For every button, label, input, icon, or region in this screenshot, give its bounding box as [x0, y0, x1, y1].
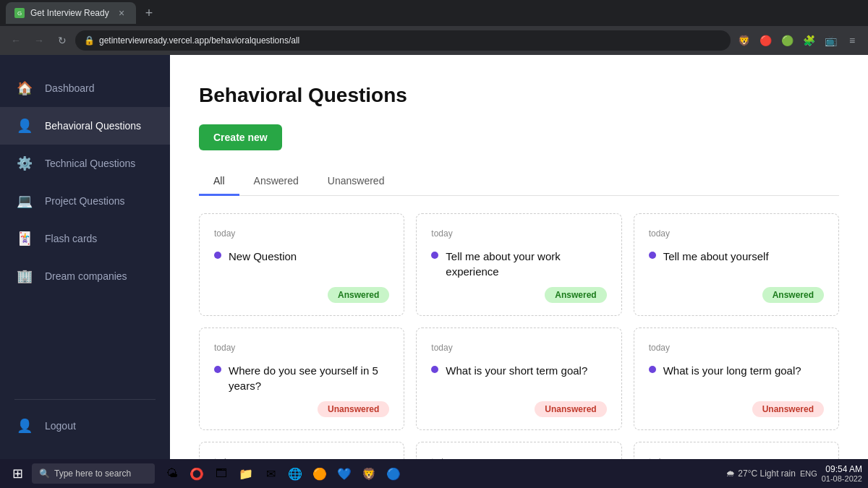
question-card[interactable]: today Tell me about yourself Answered	[634, 213, 839, 316]
card-text: Tell me about your work experience	[446, 249, 606, 279]
search-placeholder: Type here to search	[54, 468, 131, 479]
question-card[interactable]: today Where do you see yourself in 5 yea…	[199, 328, 404, 430]
sidebar-item-technical[interactable]: ⚙️ Technical Questions	[0, 145, 170, 182]
lang-indicator: ENG	[800, 469, 817, 478]
card-question: What is your long term goal?	[649, 363, 824, 393]
back-button[interactable]: ←	[6, 30, 26, 51]
card-text: Tell me about yourself	[663, 249, 769, 264]
card-question: Tell me about yourself	[649, 249, 824, 279]
flashcards-icon: 🃏	[14, 228, 35, 249]
card-badge: Unanswered	[318, 402, 389, 415]
question-card[interactable]: today How do you manage your	[199, 442, 404, 459]
card-dot	[214, 366, 221, 373]
forward-button[interactable]: →	[29, 30, 49, 51]
card-text: Where do you see yourself in 5 years?	[229, 363, 389, 393]
app-layout: 🏠 Dashboard 👤 Behavioral Questions ⚙️ Te…	[0, 55, 868, 459]
sidebar-label-technical: Technical Questions	[45, 158, 135, 169]
unanswered-badge: Unanswered	[535, 401, 606, 417]
card-text: New Question	[229, 249, 297, 264]
sys-icons: 🌧 27°C Light rain	[726, 468, 796, 479]
card-badge: Answered	[545, 288, 606, 301]
card-date: today	[214, 228, 389, 239]
tab-title: Get Interview Ready	[30, 8, 110, 18]
screen-icon[interactable]: 📺	[820, 30, 841, 51]
taskbar-app-explorer[interactable]: 📁	[234, 462, 258, 485]
taskbar-app-office[interactable]: 🟠	[308, 462, 331, 485]
answered-badge: Answered	[545, 287, 606, 303]
dream-icon: 🏢	[14, 266, 35, 286]
card-dot	[431, 366, 438, 373]
behavioral-icon: 👤	[14, 116, 35, 136]
card-date: today	[431, 343, 606, 353]
sidebar-divider	[14, 399, 156, 400]
profile-icon[interactable]: 🟢	[777, 30, 797, 51]
taskbar-apps: 🌤 ⭕ 🗔 📁 ✉ 🌐 🟠 💙 🦁 🔵	[161, 462, 405, 485]
sidebar-item-flashcards[interactable]: 🃏 Flash cards	[0, 220, 170, 257]
create-new-button[interactable]: Create new	[199, 124, 282, 150]
start-button[interactable]: ⊞	[6, 462, 29, 485]
taskbar-app-taskview[interactable]: 🗔	[210, 462, 233, 485]
card-badge: Unanswered	[752, 402, 824, 415]
tab-bar: G Get Interview Ready × +	[0, 0, 868, 26]
taskbar-search[interactable]: 🔍 Type here to search	[32, 463, 155, 484]
brave-icon[interactable]: 🦁	[733, 30, 754, 51]
sidebar-label-flashcards: Flash cards	[45, 233, 97, 244]
extension-icon[interactable]: 🔴	[755, 30, 775, 51]
weather-text: 27°C Light rain	[738, 468, 796, 479]
search-icon: 🔍	[39, 468, 50, 479]
puzzle-icon[interactable]: 🧩	[799, 30, 819, 51]
card-question: New Question	[214, 249, 389, 279]
questions-grid: today New Question Answered today Tell m…	[199, 213, 839, 459]
tab-favicon: G	[14, 8, 25, 18]
main-content: Behavioral Questions Create new All Answ…	[170, 55, 868, 459]
sidebar-item-logout[interactable]: 👤 Logout	[0, 407, 170, 445]
tab-all[interactable]: All	[199, 168, 239, 196]
sidebar-label-logout: Logout	[45, 420, 76, 432]
reload-button[interactable]: ↻	[52, 30, 72, 51]
taskbar-app-weather[interactable]: 🌤	[161, 462, 184, 485]
card-date: today	[649, 343, 824, 353]
taskbar-clock: 09:54 AM 01-08-2022	[822, 464, 862, 483]
sidebar-item-behavioral[interactable]: 👤 Behavioral Questions	[0, 107, 170, 145]
question-card[interactable]: today What is your short term goal? Unan…	[416, 328, 621, 430]
card-question: What is your short term goal?	[431, 363, 606, 393]
taskbar-app-vscode[interactable]: 💙	[333, 462, 356, 485]
taskbar-app-brave[interactable]: 🦁	[357, 462, 380, 485]
card-dot	[649, 252, 656, 259]
tab-unanswered[interactable]: Unanswered	[313, 168, 399, 196]
sidebar-item-dream[interactable]: 🏢 Dream companies	[0, 257, 170, 295]
answered-badge: Answered	[328, 287, 389, 303]
weather-icon: 🌧	[726, 468, 735, 479]
card-dot	[431, 252, 438, 259]
question-card[interactable]: today What is your long term goal? Unans…	[634, 328, 839, 430]
question-card[interactable]: today New Question Answered	[199, 213, 404, 316]
taskbar: ⊞ 🔍 Type here to search 🌤 ⭕ 🗔 📁 ✉ 🌐 🟠 💙 …	[0, 459, 868, 488]
question-card[interactable]: today How do you resolve conflicts	[634, 442, 839, 459]
taskbar-app-edge[interactable]: 🌐	[284, 462, 307, 485]
question-card[interactable]: today What steps do you take to	[416, 442, 621, 459]
new-tab-button[interactable]: +	[139, 3, 159, 23]
card-badge: Unanswered	[535, 402, 606, 415]
sidebar-item-dashboard[interactable]: 🏠 Dashboard	[0, 69, 170, 107]
browser-chrome: G Get Interview Ready × + ← → ↻ 🔒 getint…	[0, 0, 868, 55]
taskbar-app-chrome[interactable]: 🔵	[382, 462, 405, 485]
menu-icon[interactable]: ≡	[842, 30, 862, 51]
sidebar-label-dream: Dream companies	[45, 270, 127, 282]
sidebar: 🏠 Dashboard 👤 Behavioral Questions ⚙️ Te…	[0, 55, 170, 459]
tab-answered[interactable]: Answered	[239, 168, 313, 196]
browser-extension-icons: 🦁 🔴 🟢 🧩 📺 ≡	[733, 30, 862, 51]
taskbar-app-mail[interactable]: ✉	[259, 462, 282, 485]
address-bar[interactable]: 🔒 getinterviewready.vercel.app/behaviora…	[75, 30, 731, 51]
active-tab[interactable]: G Get Interview Ready ×	[6, 2, 136, 24]
filter-tabs: All Answered Unanswered	[199, 168, 839, 196]
tab-close-button[interactable]: ×	[116, 7, 127, 19]
card-dot	[649, 366, 656, 373]
taskbar-app-cortana[interactable]: ⭕	[185, 462, 208, 485]
card-date: today	[649, 228, 824, 239]
clock-date: 01-08-2022	[822, 474, 862, 483]
project-icon: 💻	[14, 191, 35, 211]
answered-badge: Answered	[762, 287, 824, 303]
question-card[interactable]: today Tell me about your work experience…	[416, 213, 621, 316]
sidebar-item-project[interactable]: 💻 Project Questions	[0, 182, 170, 220]
card-text: What is your long term goal?	[663, 363, 801, 378]
